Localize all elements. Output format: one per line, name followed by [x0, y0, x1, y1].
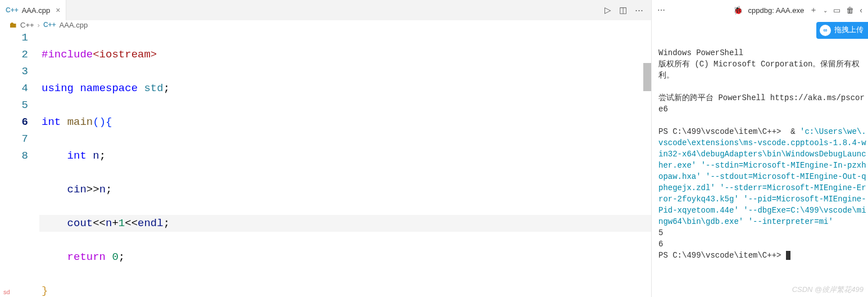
editor-actions: ▷ ◫ ⋯ — [605, 5, 651, 15]
split-editor-icon[interactable]: ◫ — [619, 5, 627, 15]
cpp-file-icon: C++ — [43, 21, 56, 29]
code-editor[interactable]: 1 2 3 4 5 6 7 8 #include<iostream> using… — [0, 29, 651, 297]
chevron-down-icon[interactable]: ⌄ — [823, 7, 828, 14]
terminal-cursor — [786, 251, 790, 260]
trash-icon[interactable]: 🗑 — [846, 6, 854, 15]
chevron-right-icon: › — [38, 21, 40, 29]
chevron-left-icon[interactable]: ‹ — [860, 6, 862, 15]
terminal-pane: ⋯ 🐞 cppdbg: AAA.exe ＋ ⌄ ▭ 🗑 ‹ ∞ 拖拽上传 Win… — [652, 0, 868, 297]
cloud-icon: ∞ — [820, 25, 831, 36]
breadcrumb[interactable]: 🖿 C++ › C++ AAA.cpp — [0, 20, 651, 29]
upload-widget[interactable]: ∞ 拖拽上传 — [816, 22, 868, 39]
code-content[interactable]: #include<iostream> using namespace std; … — [39, 29, 651, 297]
tab-bar: C++ AAA.cpp × ▷ ◫ ⋯ — [0, 0, 651, 20]
split-terminal-icon[interactable]: ▭ — [833, 6, 840, 15]
tab-filename: AAA.cpp — [22, 6, 51, 15]
breadcrumb-folder[interactable]: C++ — [20, 21, 34, 29]
tab-file[interactable]: C++ AAA.cpp × — [0, 0, 66, 20]
close-icon[interactable]: × — [56, 6, 60, 15]
folder-icon: 🖿 — [9, 20, 17, 29]
cpp-file-icon: C++ — [6, 6, 19, 14]
scrollbar-thumb[interactable] — [643, 63, 651, 91]
run-icon[interactable]: ▷ — [605, 5, 611, 15]
more-icon[interactable]: ⋯ — [635, 5, 643, 15]
terminal-header: ⋯ 🐞 cppdbg: AAA.exe ＋ ⌄ ▭ 🗑 ‹ — [652, 0, 868, 20]
line-gutter: 1 2 3 4 5 6 7 8 — [0, 29, 39, 297]
debug-target-label[interactable]: cppdbg: AAA.exe — [748, 6, 805, 15]
upload-label: 拖拽上传 — [834, 25, 864, 36]
new-terminal-icon[interactable]: ＋ — [810, 5, 817, 15]
more-icon[interactable]: ⋯ — [657, 6, 665, 15]
bug-icon: 🐞 — [733, 6, 743, 15]
editor-pane: C++ AAA.cpp × ▷ ◫ ⋯ 🖿 C++ › C++ AAA.cpp … — [0, 0, 652, 297]
terminal-output[interactable]: ∞ 拖拽上传 Windows PowerShell 版权所有 (C) Micro… — [652, 20, 868, 297]
breadcrumb-file[interactable]: AAA.cpp — [60, 21, 88, 29]
watermark-bl: sd — [3, 289, 10, 295]
watermark-br: CSDN @彼岸繁花499 — [792, 285, 864, 295]
